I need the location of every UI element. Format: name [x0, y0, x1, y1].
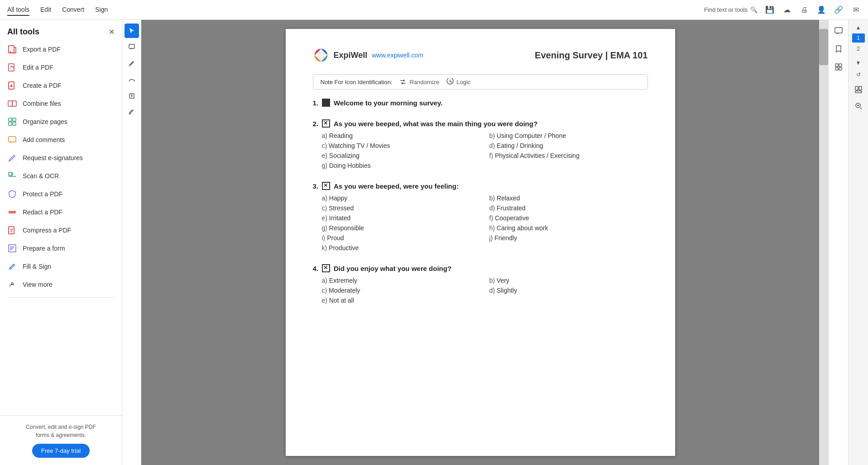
- mail-icon[interactable]: ✉: [851, 5, 861, 15]
- sidebar-item-export[interactable]: Export a PDF: [0, 40, 122, 58]
- compress-label: Compress a PDF: [23, 227, 71, 234]
- upload-icon[interactable]: ☁: [782, 5, 792, 15]
- page-down-button[interactable]: ▼: [855, 59, 862, 67]
- q1-icon: [322, 99, 330, 107]
- user-icon[interactable]: 👤: [816, 5, 826, 15]
- answer-item: k) Productive: [322, 244, 480, 251]
- sidebar-item-comments[interactable]: Add comments: [0, 131, 122, 149]
- page-1-button[interactable]: 1: [852, 33, 865, 43]
- scrollbar-panel[interactable]: [819, 20, 828, 465]
- comment-tool-button[interactable]: [125, 40, 139, 54]
- svg-rect-5: [9, 118, 12, 121]
- eraser-tool-button[interactable]: [125, 105, 139, 119]
- answer-item: b) Very: [489, 277, 648, 284]
- save-icon[interactable]: 💾: [765, 5, 775, 15]
- print-icon[interactable]: 🖨: [799, 5, 809, 15]
- link-icon[interactable]: 🔗: [834, 5, 844, 15]
- q4-icon: [322, 264, 330, 272]
- trial-button[interactable]: Free 7-day trial: [32, 444, 90, 458]
- edit-pdf-label: Edit a PDF: [23, 64, 53, 71]
- answer-item: b) Relaxed: [489, 195, 648, 202]
- grid-icon-button[interactable]: [831, 60, 846, 74]
- fillsign-label: Fill & Sign: [23, 263, 51, 270]
- svg-rect-10: [9, 172, 12, 176]
- answer-item: c) Watching TV / Movies: [322, 142, 480, 149]
- find-tools-button[interactable]: Find text or tools 🔍: [704, 6, 758, 13]
- page-2-button[interactable]: 2: [852, 44, 865, 53]
- sidebar-item-organize[interactable]: Organize pages: [0, 113, 122, 131]
- q1-text: Welcome to your morning survey.: [334, 99, 442, 107]
- q4-text: Did you enjoy what you were doing?: [334, 265, 451, 272]
- sidebar-item-combine[interactable]: Combine files: [0, 95, 122, 113]
- survey-title: Evening Survey | EMA 101: [535, 50, 647, 61]
- answer-item: i) Proud: [322, 234, 480, 242]
- q2-icon: [322, 119, 330, 128]
- answer-item: g) Doing Hobbies: [322, 162, 480, 169]
- logo-text: ExpiWell: [334, 51, 368, 60]
- answer-item: f) Physical Activities / Exercising: [489, 152, 648, 159]
- page-up-button[interactable]: ▲: [855, 24, 862, 32]
- sidebar-item-form[interactable]: Prepare a form: [0, 239, 122, 257]
- redact-label: Redact a PDF: [23, 209, 62, 216]
- svg-rect-6: [13, 118, 16, 121]
- answer-item: e) Irritated: [322, 214, 480, 222]
- svg-point-17: [313, 47, 329, 63]
- answer-item: c) Stressed: [322, 204, 480, 212]
- svg-rect-7: [9, 122, 12, 125]
- sidebar-item-esign[interactable]: Request e-signatures: [0, 149, 122, 167]
- answer-item: d) Slightly: [489, 287, 648, 294]
- page-layout-button[interactable]: [851, 82, 866, 97]
- nav-edit[interactable]: Edit: [40, 4, 51, 16]
- sidebar-item-compress[interactable]: Compress a PDF: [0, 221, 122, 239]
- sidebar-item-scan[interactable]: Scan & OCR: [0, 167, 122, 185]
- text-select-tool-button[interactable]: [125, 89, 139, 103]
- answer-item: c) Moderately: [322, 287, 480, 294]
- more-icon: [7, 280, 17, 289]
- nav-all-tools[interactable]: All tools: [7, 4, 29, 16]
- q2-title: 2. As you were beeped, what was the main…: [313, 119, 648, 128]
- answer-item: d) Frustrated: [489, 204, 648, 212]
- refresh-button[interactable]: ↺: [855, 71, 862, 79]
- scan-icon: [7, 171, 17, 181]
- svg-rect-12: [9, 227, 14, 234]
- svg-rect-21: [835, 67, 838, 70]
- nav-sign[interactable]: Sign: [95, 4, 108, 16]
- sidebar-item-protect[interactable]: Protect a PDF: [0, 185, 122, 203]
- cursor-tool-button[interactable]: [125, 24, 139, 38]
- form-icon: [7, 243, 17, 253]
- logo-link[interactable]: www.expiwell.com: [372, 52, 423, 59]
- scrollbar-thumb[interactable]: [819, 29, 828, 65]
- pencil-tool-button[interactable]: [125, 56, 139, 71]
- sidebar-item-more[interactable]: View more: [0, 275, 122, 294]
- q4-answers: a) Extremelyb) Veryc) Moderatelyd) Sligh…: [322, 277, 648, 304]
- logo-image: [313, 47, 329, 63]
- curve-tool-button[interactable]: [125, 72, 139, 87]
- pdf-area[interactable]: ExpiWell www.expiwell.com Evening Survey…: [141, 20, 819, 465]
- more-label: View more: [23, 281, 53, 288]
- find-tools-label: Find text or tools: [704, 6, 748, 13]
- logic-label: Logic: [456, 79, 470, 85]
- pdf-header: ExpiWell www.expiwell.com Evening Survey…: [313, 47, 648, 63]
- answer-item: a) Reading: [322, 132, 480, 139]
- sidebar-title: All tools: [7, 27, 39, 37]
- sidebar-item-redact[interactable]: Redact a PDF: [0, 203, 122, 221]
- zoom-in-button[interactable]: [851, 99, 866, 113]
- edit-pdf-icon: [7, 62, 17, 72]
- sidebar-item-create[interactable]: Create a PDF: [0, 76, 122, 95]
- sidebar-item-edit[interactable]: Edit a PDF: [0, 58, 122, 76]
- combine-icon: [7, 99, 17, 109]
- nav-convert[interactable]: Convert: [62, 4, 84, 16]
- top-nav-right: Find text or tools 🔍 💾 ☁ 🖨 👤 🔗 ✉: [704, 5, 861, 15]
- answer-item: b) Using Computer / Phone: [489, 132, 648, 139]
- bookmark-icon-button[interactable]: [831, 42, 846, 56]
- svg-rect-24: [859, 86, 862, 90]
- question-4: 4. Did you enjoy what you were doing? a)…: [313, 264, 648, 304]
- chat-icon-button[interactable]: [831, 24, 846, 38]
- sidebar-close-button[interactable]: ✕: [109, 28, 115, 36]
- sidebar-item-fillsign[interactable]: Fill & Sign: [0, 257, 122, 275]
- logo-area: ExpiWell www.expiwell.com: [313, 47, 423, 63]
- svg-rect-15: [129, 44, 134, 48]
- main-area: All tools ✕ Export a PDF Edit a PDF: [0, 20, 868, 465]
- esign-label: Request e-signatures: [23, 154, 83, 161]
- svg-rect-3: [8, 101, 12, 106]
